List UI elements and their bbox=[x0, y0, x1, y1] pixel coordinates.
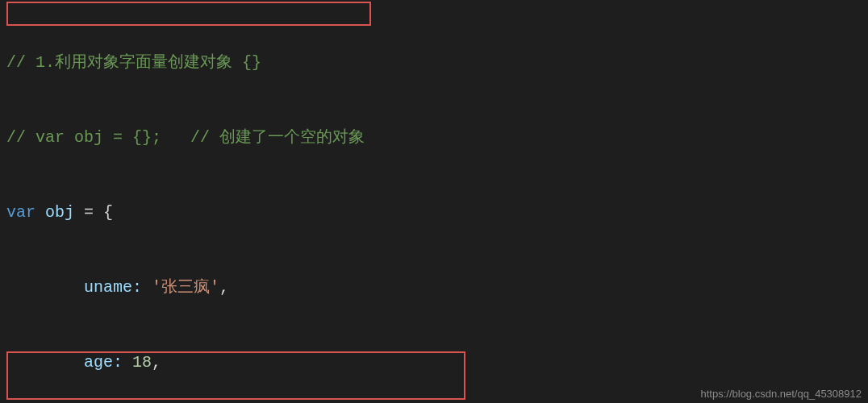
punctuation: , bbox=[152, 353, 161, 372]
code-line: uname: '张三疯', bbox=[0, 275, 868, 300]
code-editor[interactable]: // 1.利用对象字面量创建对象 {} // var obj = {}; // … bbox=[0, 0, 868, 403]
number-value: 18 bbox=[132, 353, 152, 372]
string-value: '张三疯' bbox=[152, 278, 219, 297]
property-key: uname: bbox=[84, 278, 142, 297]
identifier-obj: obj bbox=[45, 203, 74, 222]
comment-text: // 1.利用对象字面量创建对象 {} bbox=[6, 53, 261, 72]
property-key: age: bbox=[84, 353, 123, 372]
keyword-var: var bbox=[6, 203, 35, 222]
code-line: age: 18, bbox=[0, 350, 868, 375]
code-line: // 1.利用对象字面量创建对象 {} bbox=[0, 50, 868, 75]
code-line: // var obj = {}; // 创建了一个空的对象 bbox=[0, 125, 868, 150]
punctuation: , bbox=[219, 278, 229, 297]
watermark-text: https://blog.csdn.net/qq_45308912 bbox=[701, 388, 862, 400]
comment-text: // var obj = {}; // 创建了一个空的对象 bbox=[6, 128, 365, 147]
code-line: var obj = { bbox=[0, 200, 868, 225]
punctuation: = { bbox=[74, 203, 113, 222]
